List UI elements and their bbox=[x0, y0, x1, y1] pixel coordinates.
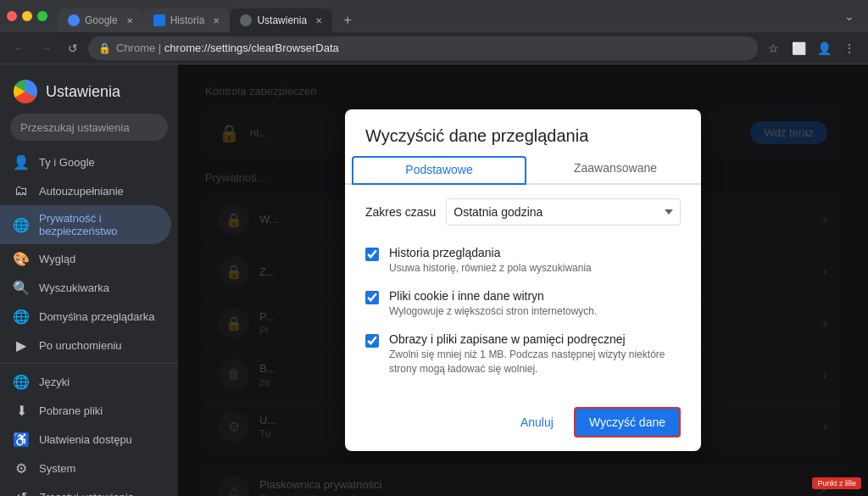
sidebar-title: Ustawienia bbox=[46, 83, 120, 101]
dialog-body: Zakres czasu Ostatnia godzina Ostatni dz… bbox=[345, 185, 701, 396]
person-icon: 👤 bbox=[14, 154, 29, 170]
sidebar-label-ty-google: Ty i Google bbox=[39, 156, 95, 169]
tab-basic-label: Podstawowe bbox=[405, 163, 472, 176]
sidebar-item-prywatnosc[interactable]: 🌐 Prywatność i bezpieczeństwo bbox=[0, 205, 171, 244]
tabs-bar: Google ✕ Historia ✕ Ustawienia ✕ + bbox=[58, 0, 359, 32]
sidebar-header: Ustawienia bbox=[0, 75, 178, 114]
checkbox-cache-desc: Zwolni się mniej niż 1 MB. Podczas nastę… bbox=[389, 348, 681, 376]
tab-advanced-label: Zaawansowane bbox=[574, 161, 657, 175]
checkbox-cookies-title: Pliki cookie i inne dane witryn bbox=[389, 289, 681, 303]
startup-icon: ▶ bbox=[14, 337, 29, 353]
sidebar-item-domyslna[interactable]: 🌐 Domyślna przeglądarka bbox=[0, 302, 171, 331]
tab-label-ustawienia: Ustawienia bbox=[257, 14, 307, 26]
sidebar-item-jezyki[interactable]: 🌐 Języki bbox=[0, 367, 171, 396]
sidebar-item-zresetuj[interactable]: ↺ Zresetuj ustawienia bbox=[0, 482, 171, 496]
more-button[interactable]: ⋮ bbox=[837, 36, 861, 60]
reload-button[interactable]: ↺ bbox=[61, 36, 85, 60]
browser-frame: Google ✕ Historia ✕ Ustawienia ✕ + ⌄ ← →… bbox=[0, 0, 868, 496]
back-button[interactable]: ← bbox=[7, 36, 31, 60]
sidebar-item-autouzupelnianie[interactable]: 🗂 Autouzupełnianie bbox=[0, 176, 171, 205]
sidebar-label-autouzupelnianie: Autouzupełnianie bbox=[39, 185, 124, 198]
dialog-footer: Anuluj Wyczyść dane bbox=[345, 397, 701, 451]
download-icon: ⬇ bbox=[14, 403, 29, 418]
time-select[interactable]: Ostatnia godzina Ostatni dzień Ostatni t… bbox=[446, 198, 681, 226]
checkbox-cache-title: Obrazy i pliki zapisane w pamięci podręc… bbox=[389, 332, 681, 346]
autofill-icon: 🗂 bbox=[14, 183, 29, 198]
tab-view-button[interactable]: ⬜ bbox=[787, 36, 810, 60]
checkbox-cookies-desc: Wylogowuje z większości stron internetow… bbox=[389, 304, 681, 319]
clear-data-dialog: Wyczyścić dane przeglądania Podstawowe Z… bbox=[345, 109, 701, 450]
traffic-lights bbox=[7, 11, 47, 21]
tab-close-historia[interactable]: ✕ bbox=[213, 16, 220, 25]
sidebar-label-wyszukiwarka: Wyszukiwarka bbox=[39, 281, 109, 294]
checkbox-cache: Obrazy i pliki zapisane w pamięci podręc… bbox=[365, 326, 681, 383]
nav-actions: ☆ ⬜ 👤 ⋮ bbox=[761, 36, 861, 60]
sidebar-label-prywatnosc: Prywatność i bezpieczeństwo bbox=[39, 212, 158, 237]
sidebar-label-wyglad: Wygląd bbox=[39, 253, 75, 265]
checkbox-history-label[interactable]: Historia przeglądania Usuwa historię, ró… bbox=[389, 246, 681, 276]
tab-ustawienia[interactable]: Ustawienia ✕ bbox=[230, 8, 332, 32]
sidebar-label-pobrane: Pobrane pliki bbox=[39, 404, 103, 417]
sidebar-label-jezyki: Języki bbox=[39, 376, 70, 388]
dialog-title: Wyczyścić dane przeglądania bbox=[345, 109, 701, 153]
checkbox-cookies-label[interactable]: Pliki cookie i inne dane witryn Wylogowu… bbox=[389, 289, 681, 319]
tabs-end: ⌄ bbox=[366, 9, 861, 23]
tabs-menu-icon[interactable]: ⌄ bbox=[844, 9, 854, 23]
new-tab-button[interactable]: + bbox=[336, 8, 359, 32]
tab-advanced[interactable]: Zaawansowane bbox=[530, 153, 701, 183]
sidebar-label-zresetuj: Zresetuj ustawienia bbox=[39, 491, 134, 497]
search-input[interactable] bbox=[10, 114, 168, 141]
sidebar-item-ulatwienia[interactable]: ♿ Ułatwienia dostępu bbox=[0, 425, 171, 454]
checkbox-history-input[interactable] bbox=[365, 248, 379, 261]
nav-bar: ← → ↺ 🔒 Chrome | chrome://settings/clear… bbox=[0, 32, 868, 64]
tab-close-google[interactable]: ✕ bbox=[126, 16, 133, 25]
address-bar[interactable]: 🔒 Chrome | chrome://settings/clearBrowse… bbox=[88, 36, 758, 60]
sidebar-item-ty-google[interactable]: 👤 Ty i Google bbox=[0, 148, 171, 176]
address-url: chrome://settings/clearBrowserData bbox=[164, 42, 339, 54]
maximize-button[interactable] bbox=[37, 11, 47, 21]
cancel-button[interactable]: Anuluj bbox=[507, 407, 567, 437]
checkbox-cache-label[interactable]: Obrazy i pliki zapisane w pamięci podręc… bbox=[389, 332, 681, 376]
dialog-tabs: Podstawowe Zaawansowane bbox=[345, 153, 701, 185]
secure-icon: 🔒 bbox=[98, 42, 111, 54]
tab-close-ustawienia[interactable]: ✕ bbox=[315, 16, 322, 25]
checkbox-cache-input[interactable] bbox=[365, 334, 379, 348]
tab-favicon-ustawienia bbox=[240, 14, 252, 26]
sidebar-item-pobrane[interactable]: ⬇ Pobrane pliki bbox=[0, 396, 171, 425]
clear-data-button[interactable]: Wyczyść dane bbox=[574, 407, 681, 437]
tab-historia[interactable]: Historia ✕ bbox=[143, 8, 231, 32]
sidebar: Ustawienia 👤 Ty i Google 🗂 Autouzupełnia… bbox=[0, 64, 178, 496]
privacy-icon: 🌐 bbox=[14, 217, 29, 232]
forward-button[interactable]: → bbox=[34, 36, 58, 60]
close-button[interactable] bbox=[7, 11, 17, 21]
search-icon: 🔍 bbox=[14, 280, 29, 295]
profile-button[interactable]: 👤 bbox=[812, 36, 836, 60]
tab-favicon-historia bbox=[153, 14, 165, 26]
checkbox-history: Historia przeglądania Usuwa historię, ró… bbox=[365, 239, 681, 282]
appearance-icon: 🎨 bbox=[14, 251, 29, 266]
checkbox-cookies-input[interactable] bbox=[365, 291, 379, 304]
tab-google[interactable]: Google ✕ bbox=[58, 8, 143, 32]
tab-basic[interactable]: Podstawowe bbox=[352, 156, 526, 185]
sidebar-item-system[interactable]: ⚙ System bbox=[0, 454, 171, 482]
sidebar-label-po-uruchomieniu: Po uruchomieniu bbox=[39, 339, 122, 352]
checkbox-history-title: Historia przeglądania bbox=[389, 246, 681, 259]
bookmark-button[interactable]: ☆ bbox=[761, 36, 785, 60]
address-prefix: Chrome | bbox=[116, 42, 164, 54]
sidebar-item-wyglad[interactable]: 🎨 Wygląd bbox=[0, 244, 171, 273]
checkbox-cookies: Pliki cookie i inne dane witryn Wylogowu… bbox=[365, 282, 681, 326]
punkt-badge: Punkt z lille bbox=[812, 477, 861, 489]
sidebar-divider-1 bbox=[0, 363, 178, 364]
sidebar-search[interactable] bbox=[10, 114, 168, 141]
main-content: Kontrola zabezpieczeń 🔒 ni... Wdź teraz … bbox=[178, 64, 868, 496]
minimize-button[interactable] bbox=[22, 11, 32, 21]
tab-label-historia: Historia bbox=[170, 14, 205, 26]
chrome-logo bbox=[14, 80, 37, 103]
sidebar-item-po-uruchomieniu[interactable]: ▶ Po uruchomieniu bbox=[0, 331, 171, 359]
tab-favicon-google bbox=[68, 14, 80, 26]
sidebar-item-wyszukiwarka[interactable]: 🔍 Wyszukiwarka bbox=[0, 273, 171, 302]
tab-label-google: Google bbox=[85, 14, 118, 26]
system-icon: ⚙ bbox=[14, 460, 29, 476]
browser-icon: 🌐 bbox=[14, 309, 29, 324]
reset-icon: ↺ bbox=[14, 489, 29, 496]
